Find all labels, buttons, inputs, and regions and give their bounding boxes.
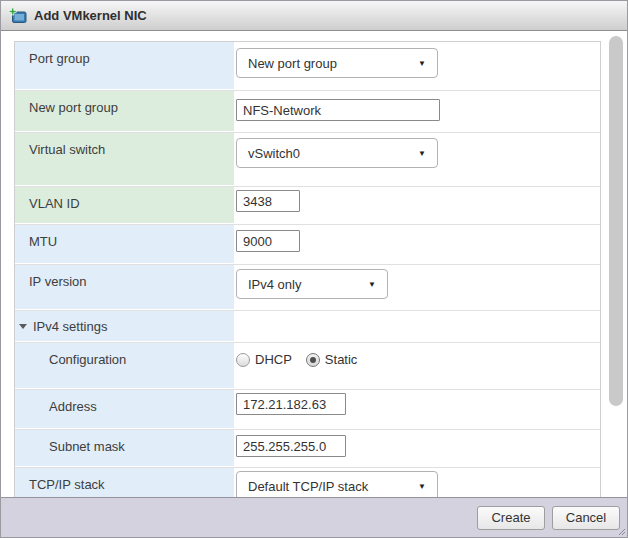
port-group-select-value: New port group — [248, 56, 337, 71]
row-tcpip-stack: TCP/IP stack Default TCP/IP stack ▼ — [15, 468, 600, 498]
row-ip-version: IP version IPv4 only ▼ — [15, 265, 600, 311]
configuration-label: Configuration — [15, 343, 234, 389]
dialog-content: Port group New port group ▼ New port gro… — [1, 31, 627, 498]
chevron-down-icon: ▼ — [418, 149, 426, 158]
address-label: Address — [15, 390, 234, 429]
ipv4-settings-section[interactable]: IPv4 settings — [15, 311, 234, 342]
vlan-id-input[interactable] — [236, 190, 300, 212]
ipv4-settings-label: IPv4 settings — [33, 319, 107, 334]
tcpip-stack-label: TCP/IP stack — [15, 468, 234, 498]
virtual-switch-label: Virtual switch — [15, 133, 234, 186]
vmkernel-form: Port group New port group ▼ New port gro… — [14, 41, 601, 498]
cancel-button[interactable]: Cancel — [552, 506, 620, 530]
scrollbar-thumb[interactable] — [609, 36, 623, 406]
new-port-group-input[interactable] — [236, 99, 440, 121]
ip-version-select-value: IPv4 only — [248, 277, 301, 292]
virtual-switch-select-value: vSwitch0 — [248, 146, 300, 161]
vlan-id-label: VLAN ID — [15, 187, 234, 224]
chevron-down-icon: ▼ — [418, 59, 426, 68]
port-group-label: Port group — [15, 42, 234, 90]
tcpip-stack-select-value: Default TCP/IP stack — [248, 479, 368, 494]
tcpip-stack-select[interactable]: Default TCP/IP stack ▼ — [236, 471, 438, 498]
subnet-mask-label: Subnet mask — [15, 430, 234, 467]
dhcp-radio-label[interactable]: DHCP — [255, 352, 292, 367]
row-new-port-group: New port group — [15, 91, 600, 133]
row-configuration: Configuration DHCP Static — [15, 343, 600, 390]
new-port-group-label: New port group — [15, 91, 234, 132]
static-radio-label[interactable]: Static — [325, 352, 358, 367]
configuration-radio-group: DHCP Static — [236, 352, 600, 367]
mtu-input[interactable] — [236, 230, 300, 252]
row-ipv4-settings: IPv4 settings — [15, 311, 600, 343]
chevron-down-icon: ▼ — [418, 482, 426, 491]
vmkernel-nic-add-icon — [9, 8, 27, 24]
row-vlan-id: VLAN ID — [15, 187, 600, 225]
dhcp-radio[interactable] — [236, 353, 250, 367]
resize-grip-icon[interactable] — [617, 527, 626, 536]
address-input[interactable] — [236, 393, 346, 415]
dialog-titlebar: Add VMkernel NIC — [1, 1, 627, 31]
row-virtual-switch: Virtual switch vSwitch0 ▼ — [15, 133, 600, 187]
add-vmkernel-nic-dialog: Add VMkernel NIC Port group New port gro… — [0, 0, 628, 538]
collapse-caret-icon[interactable] — [19, 324, 27, 329]
create-button[interactable]: Create — [477, 506, 545, 530]
port-group-select[interactable]: New port group ▼ — [236, 48, 438, 78]
row-port-group: Port group New port group ▼ — [15, 42, 600, 91]
ip-version-label: IP version — [15, 265, 234, 310]
mtu-label: MTU — [15, 225, 234, 264]
virtual-switch-select[interactable]: vSwitch0 ▼ — [236, 138, 438, 168]
chevron-down-icon: ▼ — [368, 280, 376, 289]
row-address: Address — [15, 390, 600, 430]
row-mtu: MTU — [15, 225, 600, 265]
vertical-scrollbar[interactable] — [607, 31, 627, 498]
static-radio[interactable] — [306, 353, 320, 367]
dialog-title: Add VMkernel NIC — [34, 8, 147, 23]
subnet-mask-input[interactable] — [236, 435, 346, 457]
ip-version-select[interactable]: IPv4 only ▼ — [236, 269, 388, 299]
row-subnet-mask: Subnet mask — [15, 430, 600, 468]
dialog-footer: Create Cancel — [1, 497, 627, 537]
